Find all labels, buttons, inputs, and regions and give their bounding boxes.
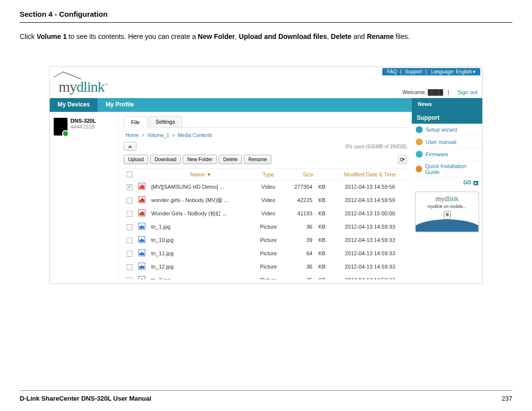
bc-home[interactable]: Home — [126, 133, 139, 138]
welcome-text: Welcome, ████ | Sign out — [402, 89, 477, 95]
fp-tab-settings[interactable]: Settings — [148, 116, 183, 127]
sep: | — [426, 69, 427, 74]
upload-button[interactable]: Upload — [124, 155, 148, 164]
table-row[interactable]: tn_12.jpgPicture36KB2012-04-13 14:59:33 — [124, 260, 407, 274]
size-unit: KB — [315, 274, 333, 279]
file-date: 2012-04-13 14:59:33 — [333, 234, 407, 247]
file-name: Wonder Girls - NoBody (粉紅 ... — [148, 207, 254, 220]
row-checkbox[interactable] — [127, 211, 133, 217]
rename-button[interactable]: Rename — [244, 155, 271, 164]
support-item[interactable]: Quick Installation Guide — [412, 161, 482, 178]
support-icon — [416, 151, 423, 158]
go-link[interactable]: GO ▸ — [412, 178, 482, 187]
device-sn: 44441518 — [70, 124, 96, 130]
row-checkbox[interactable] — [127, 198, 133, 204]
bc-media[interactable]: Media Contents — [178, 133, 212, 138]
table-row[interactable]: tn_2.jpgPicture36KB2012-04-13 14:59:33 — [124, 274, 407, 279]
file-name: tn_2.jpg — [148, 274, 254, 279]
download-button[interactable]: Download — [150, 155, 181, 164]
support-head: Support — [412, 112, 482, 124]
tab-my-profile[interactable]: My Profile — [98, 98, 141, 112]
support-label: User manual — [426, 139, 456, 145]
tab-my-devices[interactable]: My Devices — [50, 98, 98, 112]
device-icon — [54, 118, 67, 136]
file-type: Picture — [254, 234, 283, 247]
new-folder-button[interactable]: New Folder — [183, 155, 217, 164]
welcome-user: ████ — [428, 89, 443, 95]
file-name: tn_11.jpg — [148, 247, 254, 260]
refresh-button[interactable]: ⟳ — [398, 155, 407, 164]
intro-text: files. — [394, 33, 410, 40]
footer-page-number: 237 — [501, 395, 512, 402]
file-size: 39 — [283, 234, 315, 247]
file-date: 2012-04-13 15:00:00 — [333, 207, 407, 220]
signout-link[interactable]: Sign out — [458, 89, 477, 95]
file-size: 277354 — [283, 180, 315, 194]
file-type: Picture — [254, 274, 283, 279]
lang-strip: FAQ | Support | Language: English▾ — [382, 68, 480, 75]
support-item[interactable]: Setup wizard — [412, 124, 482, 136]
usage-text: 0% used (635MB of 290GB) — [345, 144, 407, 149]
up-button[interactable] — [124, 142, 136, 151]
support-item[interactable]: Firmware — [412, 148, 482, 161]
file-table: Name ▼ Type Size Modified Date & Time [M… — [124, 168, 407, 279]
promo-sub: mydlink on mobile... — [416, 204, 478, 209]
row-checkbox[interactable] — [127, 251, 133, 257]
sep: | — [400, 69, 402, 74]
language-dropdown[interactable]: Language: English▾ — [430, 69, 475, 74]
intro-text: , — [235, 33, 239, 40]
file-date: 2012-04-13 14:59:59 — [333, 194, 407, 207]
support-icon — [416, 126, 423, 133]
row-checkbox[interactable] — [127, 264, 133, 270]
file-name: [MV][SAMSUNG HD Demo] ... — [148, 180, 254, 194]
col-name[interactable]: Name ▼ — [148, 169, 254, 180]
file-name: tn_12.jpg — [148, 260, 254, 274]
faq-link[interactable]: FAQ — [387, 69, 397, 74]
file-date: 2012-04-13 14:59:33 — [333, 247, 407, 260]
file-size: 41193 — [283, 207, 315, 220]
file-size: 42225 — [283, 194, 315, 207]
bc-volume[interactable]: Volume_1 — [147, 133, 169, 138]
table-row[interactable]: Wonder Girls - NoBody (粉紅 ...Video41193K… — [124, 207, 407, 220]
intro-b1: Volume 1 — [36, 33, 66, 40]
file-type: Video — [254, 207, 283, 220]
size-unit: KB — [315, 247, 333, 260]
file-name: tn_10.jpg — [148, 234, 254, 247]
device-item[interactable]: DNS-320L 44441518 — [54, 118, 114, 136]
support-label: Firmware — [426, 151, 448, 157]
intro-b5: Rename — [367, 33, 394, 40]
row-checkbox[interactable] — [127, 238, 133, 243]
support-link[interactable]: Support — [405, 69, 422, 74]
device-list: DNS-320L 44441518 — [50, 112, 119, 283]
intro-text: Click — [20, 33, 36, 40]
file-date: 2012-04-13 14:59:33 — [333, 260, 407, 274]
table-row[interactable]: tn_11.jpgPicture64KB2012-04-13 14:59:33 — [124, 247, 407, 260]
fp-tab-file[interactable]: File — [124, 116, 147, 128]
tab-news[interactable]: News — [412, 98, 482, 112]
intro-text: to see its contents. Here you can create… — [66, 33, 198, 40]
row-checkbox[interactable] — [127, 184, 133, 190]
app-screenshot: FAQ | Support | Language: English▾ mydli… — [49, 67, 483, 284]
support-item[interactable]: User manual — [412, 136, 482, 148]
col-date[interactable]: Modified Date & Time — [333, 169, 407, 180]
file-date: 2012-04-13 14:59:33 — [333, 274, 407, 279]
mydlink-logo: mydlink™ — [59, 78, 108, 95]
table-row[interactable]: wonder girls - Nobody (MV)版 ...Video4222… — [124, 194, 407, 207]
file-type: Picture — [254, 260, 283, 274]
size-unit: KB — [315, 207, 333, 220]
col-type[interactable]: Type — [254, 169, 283, 180]
table-row[interactable]: [MV][SAMSUNG HD Demo] ...Video277354KB20… — [124, 180, 407, 194]
logo-dlink: dlink — [76, 78, 104, 95]
delete-button[interactable]: Delete — [219, 155, 242, 164]
row-checkbox[interactable] — [127, 277, 133, 279]
support-icon — [416, 166, 422, 172]
row-checkbox[interactable] — [127, 224, 133, 230]
col-size[interactable]: Size — [283, 169, 333, 180]
table-row[interactable]: tn_10.jpgPicture39KB2012-04-13 14:59:33 — [124, 234, 407, 247]
breadcrumb: Home > Volume_1 > Media Contents — [124, 128, 407, 141]
size-unit: KB — [315, 194, 333, 207]
select-all-checkbox[interactable] — [127, 171, 133, 177]
file-name: tn_1.jpg — [148, 220, 254, 234]
video-icon — [138, 209, 145, 216]
table-row[interactable]: tn_1.jpgPicture36KB2012-04-13 14:59:33 — [124, 220, 407, 234]
